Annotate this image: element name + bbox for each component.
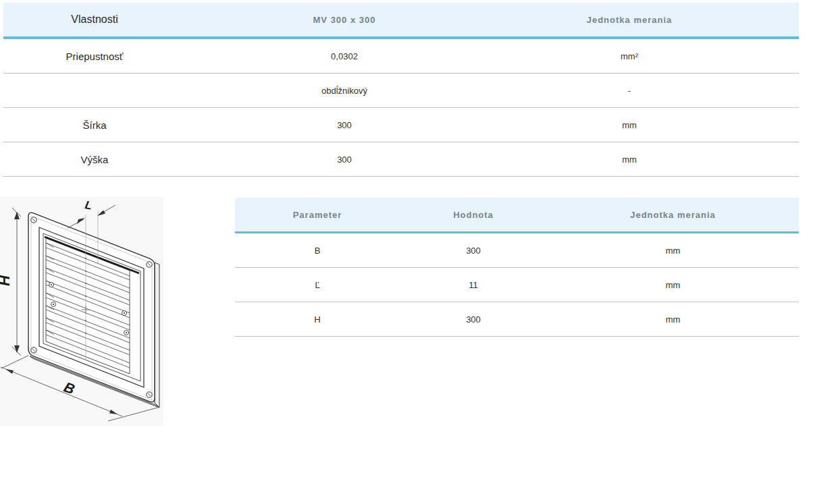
dimensions-unit-header: Jednotka merania — [547, 198, 799, 233]
product-spec-page: Vlastnosti MV 300 x 300 Jednotka merania… — [0, 0, 838, 504]
property-cell: Výška — [3, 142, 186, 177]
unit-cell: mm² — [503, 38, 799, 74]
table-row: obdĺžnikový - — [3, 74, 799, 108]
value-cell: 11 — [400, 268, 547, 302]
unit-cell: mm — [503, 108, 799, 142]
table-row: Ľ 11 mm — [235, 268, 799, 302]
parameter-cell: H — [235, 302, 400, 337]
property-cell — [3, 74, 186, 108]
unit-cell: - — [503, 74, 799, 108]
table-row: H 300 mm — [235, 302, 799, 337]
dimensions-value-header: Hodnota — [400, 198, 547, 233]
table-row: Priepustnosť 0,0302 mm² — [3, 38, 799, 74]
unit-cell: mm — [547, 233, 799, 268]
dimensions-table: Parameter Hodnota Jednotka merania B 300… — [235, 198, 799, 337]
parameter-cell: B — [235, 233, 400, 268]
value-cell: obdĺžnikový — [186, 74, 503, 108]
table-row: Šírka 300 mm — [3, 108, 799, 142]
property-cell: Priepustnosť — [3, 38, 186, 74]
parameter-cell: Ľ — [235, 268, 400, 302]
unit-cell: mm — [503, 142, 799, 177]
value-cell: 300 — [400, 302, 547, 337]
dim-label-h: H — [0, 275, 13, 286]
table-row: Výška 300 mm — [3, 142, 799, 177]
properties-table: Vlastnosti MV 300 x 300 Jednotka merania… — [3, 3, 799, 177]
unit-cell: mm — [547, 268, 799, 302]
value-cell: 300 — [186, 108, 503, 142]
value-cell: 300 — [400, 233, 547, 268]
properties-header-row: Vlastnosti MV 300 x 300 Jednotka merania — [3, 3, 799, 38]
table-row: B 300 mm — [235, 233, 799, 268]
value-cell: 0,0302 — [186, 38, 503, 74]
property-cell: Šírka — [3, 108, 186, 142]
dimensions-header-row: Parameter Hodnota Jednotka merania — [235, 198, 799, 233]
value-cell: 300 — [186, 142, 503, 177]
grille-diagram: H L B — [0, 197, 163, 426]
properties-title: Vlastnosti — [3, 3, 186, 38]
properties-model-header: MV 300 x 300 — [186, 3, 503, 38]
unit-cell: mm — [547, 302, 799, 337]
properties-unit-header: Jednotka merania — [503, 3, 799, 38]
dimensions-parameter-header: Parameter — [235, 198, 400, 233]
